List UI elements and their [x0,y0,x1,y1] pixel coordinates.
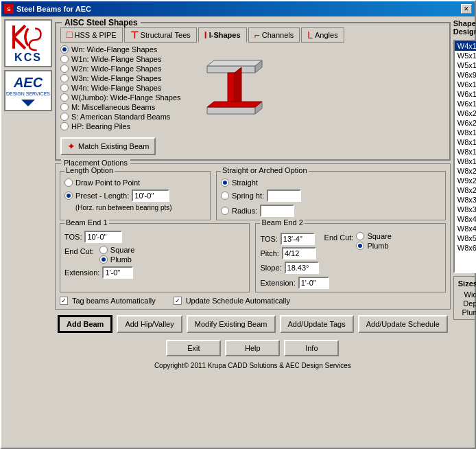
radio-w4n-btn[interactable] [60,84,69,92]
shape-item[interactable]: W6x16 [455,89,476,99]
radio-s[interactable]: S: American Standard Beams [60,113,181,121]
radius-input[interactable] [260,205,294,217]
spring-ht-input[interactable] [267,189,301,202]
radio-preset-btn[interactable] [64,192,73,200]
main-panel: AISC Steel Shapes □ HSS & PIPE ⊤ Structu… [55,19,451,445]
radio-w4n[interactable]: W4n: Wide-Flange Shapes [60,84,181,92]
add-hip-valley-button[interactable]: Add Hip/Valley [117,315,182,333]
tos2-input[interactable] [281,233,315,245]
shape-item[interactable]: W6x25 [455,118,476,128]
depth-label: Depth: [458,299,476,308]
radio-draw-point-btn[interactable] [64,179,73,187]
radio-w2n[interactable]: W2n: Wide-Flange Shapes [60,65,181,73]
radio-w1n-btn[interactable] [60,55,69,63]
extension1-input[interactable] [102,266,133,279]
close-button[interactable]: ✕ [461,4,472,14]
radio-hp-btn[interactable] [60,122,69,130]
radio-plumb1[interactable]: Plumb [99,255,134,264]
radio-draw-point-label: Draw Point to Point [75,179,140,187]
tag-beams-checkbox[interactable] [60,297,68,305]
radio-w3n-label: W3n: Wide-Flange Shapes [71,74,161,82]
radio-w1n[interactable]: W1n: Wide-Flange Shapes [60,55,181,63]
radio-spring-ht[interactable]: Spring ht: [221,189,441,202]
exit-button[interactable]: Exit [166,340,221,356]
modify-existing-button[interactable]: Modify Existing Beam [187,315,276,333]
radio-square2-btn[interactable] [356,232,364,240]
shape-item[interactable]: W9x24 [455,176,476,185]
shape-item[interactable]: W8x18 [455,157,476,166]
app-icon: S [4,4,14,14]
shape-item[interactable]: W4x13 [455,41,476,51]
radio-preset[interactable]: Preset - Length: [64,189,206,202]
update-schedule-checkbox[interactable] [174,297,182,305]
radio-s-btn[interactable] [60,113,69,121]
match-beam-button[interactable]: ✦ Match Existing Beam [60,137,156,155]
radio-wn[interactable]: Wn: Wide-Flange Shapes [60,45,181,54]
add-beam-button[interactable]: Add Beam [58,315,112,333]
shape-item[interactable]: W8x31 [455,195,476,205]
radio-square2[interactable]: Square [356,232,391,240]
radio-plumb1-label: Plumb [110,255,132,264]
shape-item[interactable]: W6x9 [455,70,476,80]
radio-wjumbo-btn[interactable] [60,93,69,102]
shape-item[interactable]: W8x48 [455,224,476,233]
radio-wn-btn[interactable] [60,45,69,54]
radio-radius-btn[interactable] [221,207,229,215]
shape-item[interactable]: W6x15 [455,99,476,108]
shape-item[interactable]: W8x15 [455,147,476,157]
shape-item[interactable]: W8x58 [455,233,476,243]
extension2-input[interactable] [298,277,329,289]
extension1-label: Extension: [64,268,99,277]
sizes-title: Sizes [458,279,476,288]
help-button[interactable]: Help [225,340,280,356]
shape-item[interactable]: W8x28 [455,185,476,195]
radio-draw-point[interactable]: Draw Point to Point [64,179,206,187]
shape-item[interactable]: W5x16 [455,51,476,60]
radio-radius-label: Radius: [232,207,257,215]
radio-square1[interactable]: Square [99,246,134,254]
tab-structural-tees[interactable]: ⊤ Structural Tees [124,27,197,43]
add-update-schedule-button[interactable]: Add/Update Schedule [358,315,448,333]
radio-straight[interactable]: Straight [221,179,441,187]
radio-spring-btn[interactable] [221,192,229,200]
shape-item[interactable]: W8x10 [455,128,476,137]
shape-list[interactable]: W4x13W5x16W5x19W6x9W6x12W6x16W6x15W6x20W… [453,40,476,273]
shape-item[interactable]: W8x67 [455,243,476,253]
shape-item[interactable]: W5x19 [455,60,476,70]
radio-m-btn[interactable] [60,103,69,111]
radio-plumb2[interactable]: Plumb [356,242,391,250]
radio-m[interactable]: M: Miscellaneous Beams [60,103,181,111]
structural-tees-icon: ⊤ [130,30,139,41]
tos1-input[interactable] [84,231,122,243]
shape-item[interactable]: W8x35 [455,205,476,214]
pitch-input[interactable] [282,247,316,260]
extension2-row: Extension: [260,277,440,289]
radio-wjumbo[interactable]: W(Jumbo): Wide-Flange Shapes [60,93,181,102]
tab-angles[interactable]: L Angles [301,27,344,43]
radio-square1-btn[interactable] [99,246,108,254]
radio-hp[interactable]: HP: Bearing Piles [60,122,181,130]
shape-item[interactable]: W8x13 [455,137,476,147]
info-button[interactable]: Info [284,340,339,356]
radio-w3n[interactable]: W3n: Wide-Flange Shapes [60,74,181,82]
radio-straight-btn[interactable] [221,179,229,187]
tab-hss-pipe-label: HSS & PIPE [74,31,116,39]
radio-radius[interactable]: Radius: [221,205,441,217]
shape-item[interactable]: W6x20 [455,108,476,118]
i-beam-preview [187,45,276,135]
tab-i-shapes[interactable]: I I-Shapes [198,27,247,43]
shape-item[interactable]: W8x21 [455,166,476,176]
tab-channels[interactable]: ⌐ Channels [248,27,300,43]
shape-item[interactable]: W6x12 [455,80,476,89]
tab-hss-pipe[interactable]: □ HSS & PIPE [60,27,123,43]
placement-row: Length Option Draw Point to Point Preset… [60,171,446,220]
radio-w3n-btn[interactable] [60,74,69,82]
add-update-tags-button[interactable]: Add/Update Tags [280,315,354,333]
shape-item[interactable]: W8x40 [455,214,476,224]
preset-length-input[interactable] [132,189,169,202]
radio-w2n-btn[interactable] [60,65,69,73]
radio-plumb2-btn[interactable] [356,242,364,250]
sizes-group: Sizes Width: 4.06 Depth: 4.16 Plumb: 4.3… [453,276,476,320]
slope-input[interactable] [285,262,319,274]
radio-plumb1-btn[interactable] [99,255,108,264]
